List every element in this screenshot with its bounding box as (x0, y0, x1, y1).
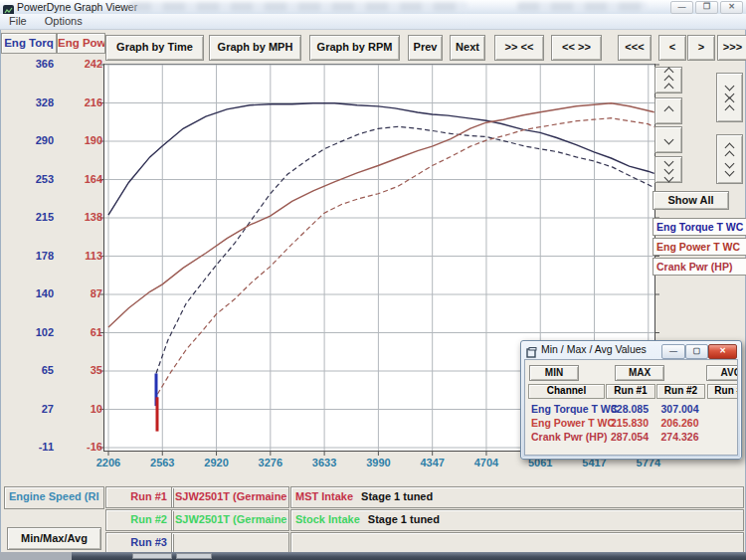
taskbar-segment (0, 552, 72, 560)
minmax-table: MINMAXAVGChannelRun #1Run #2Run #3Eng To… (524, 359, 738, 456)
rpm-tick: 3990 (352, 456, 404, 469)
rpm-tick: 4347 (407, 456, 459, 469)
app-icon (3, 2, 14, 13)
minmax-mode-max-button[interactable]: MAX (615, 365, 664, 381)
run-label-2[interactable]: Run #2 (105, 509, 174, 531)
minmax-mode-min-button[interactable]: MIN (529, 365, 579, 381)
rpm-tick: 3633 (298, 456, 350, 469)
minmax-mode-avg-button[interactable]: AVG (706, 365, 738, 381)
minmax-avg-button[interactable]: Min/Max/Avg (7, 527, 101, 550)
minmax-row-run2-value: 206.260 (656, 417, 703, 430)
torque-tick: 27 (8, 402, 54, 416)
rpm-tick: 2920 (191, 456, 243, 469)
zoom-out-vertical-button[interactable] (716, 134, 743, 184)
menu-bar: FileOptions (0, 14, 746, 30)
titlebar-smudge (129, 2, 467, 11)
restore-button[interactable]: ❐ (695, 1, 718, 14)
minmax-column-header: Run #1 (606, 384, 655, 399)
power-tick: 61 (60, 325, 102, 339)
toolbar-button-6[interactable]: << >> (551, 35, 602, 61)
run-desc-2[interactable]: Stock IntakeStage 1 tuned (290, 509, 744, 531)
legend-item-1[interactable]: Eng Power T WC (653, 238, 746, 256)
run-desc-3[interactable] (290, 532, 744, 554)
torque-tick: 328 (8, 95, 54, 109)
minmax-window-title: Min / Max / Avg Values (541, 343, 647, 355)
taskbar-strip[interactable] (0, 552, 746, 560)
run-desc-1[interactable]: MST IntakeStage 1 tuned (290, 486, 744, 508)
rpm-tick: 2206 (83, 456, 134, 469)
menu-item-file[interactable]: File (0, 14, 36, 27)
scroll-up-button[interactable] (654, 97, 682, 124)
toolbar-button-1[interactable]: Graph by MPH (209, 35, 301, 61)
titlebar-smudge (517, 2, 647, 11)
toolbar-button-3[interactable]: Prev (408, 35, 443, 61)
power-tick: 138 (60, 210, 102, 224)
minmax-minimize-button[interactable]: — (661, 344, 685, 359)
title-bar: PowerDyne Graph Viewer — ❐ ✕ (0, 0, 746, 15)
taskbar-tab[interactable] (176, 553, 212, 559)
toolbar-button-10[interactable]: >>> (717, 35, 746, 61)
minmax-row-run1-value: 328.085 (606, 403, 653, 416)
toolbar-button-8[interactable]: < (658, 35, 686, 61)
taskbar-tab[interactable] (132, 553, 172, 559)
power-tick: 113 (60, 249, 102, 263)
torque-tick: 65 (8, 363, 54, 377)
show-all-button[interactable]: Show All (653, 191, 729, 210)
zoom-in-vertical-button[interactable] (716, 73, 743, 122)
run-car-3[interactable] (171, 532, 289, 554)
window-title: PowerDyne Graph Viewer (17, 1, 137, 13)
minmax-close-button[interactable]: ✕ (708, 344, 737, 359)
x-axis-channel-label[interactable]: Engine Speed (RI (4, 486, 104, 509)
torque-tick: -11 (8, 440, 54, 454)
minmax-values-window[interactable]: Min / Max / Avg Values — ▢ ✕ MINMAXAVGCh… (520, 340, 742, 460)
torque-tick: 102 (8, 325, 54, 339)
scroll-up-fast-button[interactable] (654, 67, 682, 93)
chevron-down-icon (663, 135, 673, 145)
power-tick: 87 (60, 286, 102, 300)
series-eng-power-t-wc-crank-pwr-run-1 (108, 103, 654, 327)
power-tick: 10 (60, 402, 102, 416)
series-eng-torque-t-wc-run-2 (156, 126, 654, 373)
chevron-up-icon (663, 106, 673, 116)
power-axis-header[interactable]: Eng Powe (57, 33, 105, 54)
menu-item-options[interactable]: Options (36, 14, 92, 27)
rpm-tick: 4704 (461, 456, 512, 469)
toolbar-button-7[interactable]: <<< (618, 35, 652, 61)
minmax-row-run2-value: 274.326 (656, 431, 703, 444)
toolbar-button-9[interactable]: > (687, 35, 715, 61)
scroll-down-button[interactable] (654, 126, 682, 153)
torque-axis-header[interactable]: Eng Torq (1, 33, 57, 54)
torque-tick: 253 (8, 172, 54, 186)
torque-tick: 366 (8, 57, 54, 71)
power-tick: 164 (60, 172, 102, 186)
minmax-maximize-button[interactable]: ▢ (685, 344, 708, 359)
run-car-1[interactable]: SJW2501T (Germaine (171, 486, 289, 508)
rpm-tick: 2563 (136, 456, 188, 469)
run-label-3[interactable]: Run #3 (105, 532, 174, 554)
minmax-column-header: Run #2 (656, 384, 705, 399)
run-label-1[interactable]: Run #1 (105, 486, 174, 508)
power-tick: 216 (60, 95, 102, 109)
minmax-column-header: Channel (528, 384, 605, 399)
chevron-down-icon (725, 166, 735, 176)
toolbar-button-2[interactable]: Graph by RPM (309, 35, 400, 61)
run-car-2[interactable]: SJW2501T (Germaine (171, 509, 289, 531)
torque-tick: 140 (8, 286, 54, 300)
legend-item-0[interactable]: Eng Torque T WC (653, 218, 746, 236)
minmax-row-run2-value: 307.004 (656, 403, 703, 416)
toolbar-button-4[interactable]: Next (450, 35, 485, 61)
power-tick: 190 (60, 133, 102, 147)
minmax-row-run1-value: 215.830 (606, 417, 653, 430)
minmax-row-run3-value (707, 403, 738, 416)
run-mod-label: Stock Intake (295, 513, 360, 525)
minimize-button[interactable]: — (670, 1, 693, 14)
scroll-down-fast-button[interactable] (654, 156, 682, 183)
toolbar-button-5[interactable]: >> << (494, 35, 544, 61)
chevron-up-icon (663, 84, 673, 93)
legend-item-2[interactable]: Crank Pwr (HP) (653, 258, 746, 276)
close-button[interactable]: ✕ (720, 1, 743, 14)
run-stage-label: Stage 1 tuned (360, 513, 440, 525)
toolbar-button-0[interactable]: Graph by Time (105, 35, 204, 61)
series-eng-torque-t-wc-run-1 (108, 103, 654, 215)
torque-tick: 178 (8, 249, 54, 263)
